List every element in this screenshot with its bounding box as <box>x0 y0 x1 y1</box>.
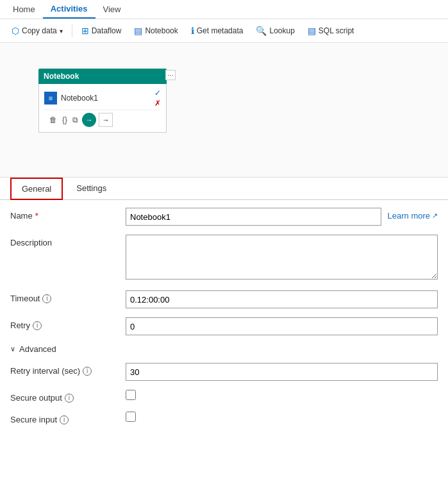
tabs-row: General Settings <box>0 178 448 200</box>
secure-output-checkbox[interactable] <box>126 390 136 400</box>
metadata-icon: ℹ <box>191 26 194 36</box>
description-label: Description <box>10 235 126 247</box>
form-area: Name * Learn more ↗ Description Timeout <box>0 200 448 493</box>
node-item-actions: ✓ ✗ <box>154 88 161 108</box>
lookup-button[interactable]: 🔍 Lookup <box>251 23 299 38</box>
nav-activities[interactable]: Activities <box>43 0 95 19</box>
dataflow-button[interactable]: ⊞ Dataflow <box>76 23 127 38</box>
retry-interval-input-wrapper <box>126 363 438 381</box>
secure-input-row: Secure input i <box>10 412 438 424</box>
code-button[interactable]: {} <box>61 114 69 126</box>
retry-input[interactable] <box>126 317 438 335</box>
arrow-circle-button[interactable]: → <box>82 113 96 127</box>
arrow-right-icon: → <box>86 116 93 124</box>
dataflow-icon: ⊞ <box>81 26 89 36</box>
delete-button[interactable]: 🗑 <box>48 114 58 126</box>
delete-icon: 🗑 <box>49 115 57 124</box>
notebook-button[interactable]: ▤ Notebook <box>129 23 183 38</box>
name-label: Name * <box>10 208 126 221</box>
top-nav: Home Activities View <box>0 0 448 19</box>
name-input-wrapper <box>126 208 381 226</box>
expand-icon: ⋯ <box>167 72 174 79</box>
tab-general[interactable]: General <box>10 178 63 200</box>
secure-input-control <box>126 412 136 424</box>
node-title: Notebook <box>44 72 79 81</box>
retry-interval-row: Retry interval (sec) i <box>10 363 438 381</box>
arrow-outline-button[interactable]: → <box>99 113 113 127</box>
notebook-node[interactable]: Notebook Notebook1 ✓ ✗ 🗑 {} <box>38 69 167 133</box>
arrow-outline-icon: → <box>103 116 110 124</box>
node-item-row: Notebook1 ✓ ✗ <box>44 87 161 110</box>
description-input-wrapper <box>126 235 438 281</box>
timeout-row: Timeout i <box>10 290 438 308</box>
retry-interval-info-icon[interactable]: i <box>83 367 92 376</box>
learn-more-link[interactable]: Learn more ↗ <box>388 208 438 221</box>
sql-script-button[interactable]: ▤ SQL script <box>303 23 360 38</box>
notebook-toolbar-icon: ▤ <box>134 26 142 36</box>
retry-interval-label: Retry interval (sec) i <box>10 363 126 376</box>
toolbar: ⬡ Copy data ▾ ⊞ Dataflow ▤ Notebook ℹ Ge… <box>0 19 448 43</box>
retry-label: Retry i <box>10 317 126 330</box>
copy-data-arrow-icon: ▾ <box>60 28 63 35</box>
secure-input-label: Secure input i <box>10 412 126 424</box>
external-link-icon: ↗ <box>432 212 438 220</box>
timeout-input-wrapper <box>126 290 438 308</box>
timeout-input[interactable] <box>126 290 438 308</box>
tab-settings[interactable]: Settings <box>65 178 117 199</box>
copy-data-icon: ⬡ <box>12 26 19 36</box>
secure-input-info-icon[interactable]: i <box>60 415 69 424</box>
copy-icon: ⧉ <box>72 115 78 124</box>
description-textarea[interactable] <box>126 235 438 280</box>
retry-input-wrapper <box>126 317 438 335</box>
nav-view[interactable]: View <box>95 1 129 18</box>
timeout-label: Timeout i <box>10 290 126 303</box>
copy-button[interactable]: ⧉ <box>71 114 79 126</box>
timeout-info-icon[interactable]: i <box>42 294 51 303</box>
notebook-item-icon <box>44 92 57 104</box>
sql-icon: ▤ <box>308 26 316 36</box>
lookup-icon: 🔍 <box>256 26 267 36</box>
expand-handle[interactable]: ⋯ <box>165 70 176 80</box>
chevron-down-icon: ∨ <box>10 345 15 353</box>
node-action-bar: 🗑 {} ⧉ → → <box>44 110 161 130</box>
check-icon[interactable]: ✓ <box>154 88 161 97</box>
name-input[interactable] <box>126 208 381 226</box>
copy-data-button[interactable]: ⬡ Copy data ▾ <box>6 23 68 38</box>
bottom-panel: General Settings Name * Learn more ↗ Des… <box>0 178 448 493</box>
name-row: Name * Learn more ↗ <box>10 208 438 226</box>
description-row: Description <box>10 235 438 281</box>
retry-info-icon[interactable]: i <box>33 321 42 330</box>
advanced-toggle[interactable]: ∨ Advanced <box>10 344 56 354</box>
secure-output-label: Secure output i <box>10 390 126 403</box>
canvas-area: Notebook Notebook1 ✓ ✗ 🗑 {} <box>0 43 448 178</box>
node-item-name: Notebook1 <box>61 94 98 103</box>
secure-output-row: Secure output i <box>10 390 438 403</box>
secure-input-checkbox[interactable] <box>126 412 136 422</box>
secure-output-control <box>126 390 136 402</box>
code-icon: {} <box>62 115 67 124</box>
nav-home[interactable]: Home <box>5 1 43 18</box>
node-header: Notebook <box>38 69 167 84</box>
secure-output-info-icon[interactable]: i <box>65 394 74 403</box>
x-icon[interactable]: ✗ <box>154 99 161 108</box>
retry-row: Retry i <box>10 317 438 335</box>
node-item-left: Notebook1 <box>44 92 98 104</box>
required-indicator: * <box>35 211 38 221</box>
get-metadata-button[interactable]: ℹ Get metadata <box>186 23 249 38</box>
retry-interval-input[interactable] <box>126 363 438 381</box>
node-body: Notebook1 ✓ ✗ 🗑 {} ⧉ → <box>38 84 167 133</box>
